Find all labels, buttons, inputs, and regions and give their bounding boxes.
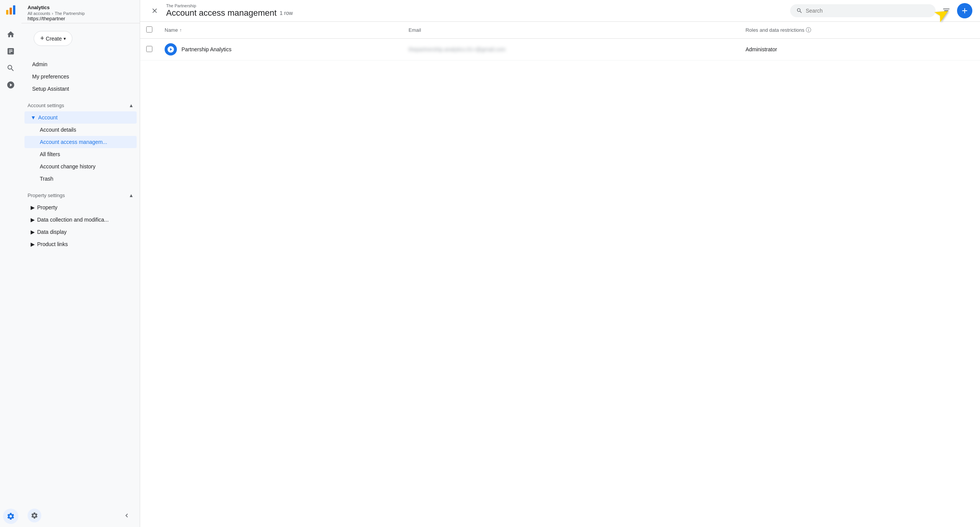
product-links-expand-icon: ▶ <box>31 241 35 247</box>
page-title-area: The Partnership Account access managemen… <box>166 3 293 18</box>
create-dropdown-icon: ▾ <box>64 36 66 41</box>
header-roles-label: Roles and data restrictions <box>745 27 804 33</box>
row-checkbox-cell <box>140 39 158 60</box>
table-row: Partnership Analytics thepartnership.ana… <box>140 39 980 60</box>
account-details-label: Account details <box>40 127 76 133</box>
row-checkbox[interactable] <box>146 46 152 52</box>
header-email-label: Email <box>408 27 421 33</box>
create-label: Create <box>46 36 62 42</box>
nav-explore-btn[interactable] <box>3 60 18 76</box>
my-preferences-label: My preferences <box>32 73 69 80</box>
page-subtitle: The Partnership <box>166 3 293 8</box>
property-settings-header[interactable]: Property settings ▲ <box>21 189 140 201</box>
table-container: Name ↑ Email Roles and data restrictions… <box>140 22 980 527</box>
property-settings-collapse-icon: ▲ <box>129 193 134 198</box>
filter-button[interactable] <box>939 3 954 18</box>
all-filters-item[interactable]: All filters <box>24 148 137 160</box>
sidebar-gear-button[interactable] <box>28 509 41 522</box>
admin-item[interactable]: Admin <box>28 58 134 70</box>
setup-assistant-item[interactable]: Setup Assistant <box>28 83 134 95</box>
sidebar: Analytics All accounts › The Partnership… <box>21 0 140 527</box>
admin-section: Admin My preferences Setup Assistant <box>21 57 140 96</box>
search-box[interactable] <box>790 4 936 17</box>
admin-label: Admin <box>32 61 47 67</box>
header-name-label: Name <box>165 27 178 33</box>
page-title-text: Account access management <box>166 8 277 18</box>
add-user-button[interactable] <box>957 3 972 18</box>
property-settings-items: ▶ Property ▶ Data collection and modific… <box>21 201 140 252</box>
table-body: Partnership Analytics thepartnership.ana… <box>140 39 980 60</box>
create-icon: + <box>40 34 44 42</box>
create-button[interactable]: + Create ▾ <box>34 31 72 46</box>
trash-item[interactable]: Trash <box>24 173 137 185</box>
account-settings-label: Account settings <box>28 103 64 108</box>
data-collection-expand-icon: ▶ <box>31 217 35 223</box>
data-display-label: Data display <box>37 229 67 235</box>
account-access-management-item[interactable]: Account access managem... <box>24 136 137 148</box>
row-count: 1 row <box>280 10 293 16</box>
account-change-history-item[interactable]: Account change history <box>24 160 137 173</box>
page-title: Account access management 1 row <box>166 8 293 18</box>
header-roles: Roles and data restrictions ⓘ <box>739 22 980 39</box>
topbar: The Partnership Account access managemen… <box>140 0 980 22</box>
topbar-left: The Partnership Account access managemen… <box>148 3 293 18</box>
property-settings-label: Property settings <box>28 193 65 198</box>
account-settings-collapse-icon: ▲ <box>129 103 134 108</box>
header-checkbox-cell <box>140 22 158 39</box>
account-settings-header[interactable]: Account settings ▲ <box>21 100 140 111</box>
search-input[interactable] <box>806 8 929 14</box>
product-links-item[interactable]: ▶ Product links <box>24 238 137 250</box>
nav-icon-bar <box>0 0 21 527</box>
table-header-row: Name ↑ Email Roles and data restrictions… <box>140 22 980 39</box>
row-name-cell: Partnership Analytics <box>158 39 402 60</box>
user-name: Partnership Analytics <box>181 46 232 52</box>
sidebar-collapse-button[interactable] <box>120 509 134 522</box>
user-role: Administrator <box>745 46 777 52</box>
account-expand-icon: ▼ <box>31 114 36 121</box>
search-icon <box>796 7 803 14</box>
account-change-history-label: Account change history <box>40 163 96 170</box>
property-settings-section: Property settings ▲ ▶ Property ▶ Data co… <box>21 189 140 252</box>
nav-home-btn[interactable] <box>3 27 18 42</box>
header-name: Name ↑ <box>158 22 402 39</box>
setup-assistant-label: Setup Assistant <box>32 86 69 92</box>
property-expand-icon: ▶ <box>31 204 35 210</box>
topbar-right <box>790 3 972 18</box>
nav-admin-btn[interactable] <box>3 509 18 524</box>
data-display-item[interactable]: ▶ Data display <box>24 226 137 238</box>
users-table: Name ↑ Email Roles and data restrictions… <box>140 22 980 60</box>
sort-ascending-icon[interactable]: ↑ <box>180 28 182 33</box>
user-avatar <box>165 43 177 55</box>
property-parent-item[interactable]: ▶ Property <box>24 201 137 214</box>
svg-rect-1 <box>10 8 12 15</box>
account-access-management-label: Account access managem... <box>40 139 107 145</box>
data-display-expand-icon: ▶ <box>31 229 35 235</box>
my-preferences-item[interactable]: My preferences <box>28 70 134 83</box>
app-name: Analytics <box>28 5 134 10</box>
data-collection-item[interactable]: ▶ Data collection and modifica... <box>24 214 137 226</box>
account-details-item[interactable]: Account details <box>24 124 137 136</box>
product-links-label: Product links <box>37 241 68 247</box>
account-settings-items: ▼ Account Account details Account access… <box>21 111 140 186</box>
svg-rect-0 <box>6 10 8 15</box>
app-logo <box>4 3 18 17</box>
header-email: Email <box>402 22 739 39</box>
breadcrumb: All accounts › The Partnership <box>28 11 134 16</box>
svg-rect-2 <box>13 5 15 15</box>
row-role-cell: Administrator <box>739 39 980 60</box>
row-email-cell: thepartnership.analytics.01+@gmail.com <box>402 39 739 60</box>
trash-label: Trash <box>40 176 53 182</box>
select-all-checkbox[interactable] <box>146 26 152 33</box>
breadcrumb-all-accounts[interactable]: All accounts <box>28 11 50 16</box>
main-content: The Partnership Account access managemen… <box>140 0 980 527</box>
sidebar-bottom <box>21 504 140 527</box>
account-parent-label: Account <box>38 114 58 121</box>
all-filters-label: All filters <box>40 151 60 157</box>
nav-reports-btn[interactable] <box>3 44 18 59</box>
roles-info-icon[interactable]: ⓘ <box>806 27 811 34</box>
account-parent-item[interactable]: ▼ Account <box>24 111 137 124</box>
account-settings-section: Account settings ▲ ▼ Account Account det… <box>21 100 140 186</box>
nav-advertising-btn[interactable] <box>3 77 18 93</box>
breadcrumb-account-name[interactable]: The Partnership <box>55 11 85 16</box>
close-button[interactable] <box>148 4 162 18</box>
